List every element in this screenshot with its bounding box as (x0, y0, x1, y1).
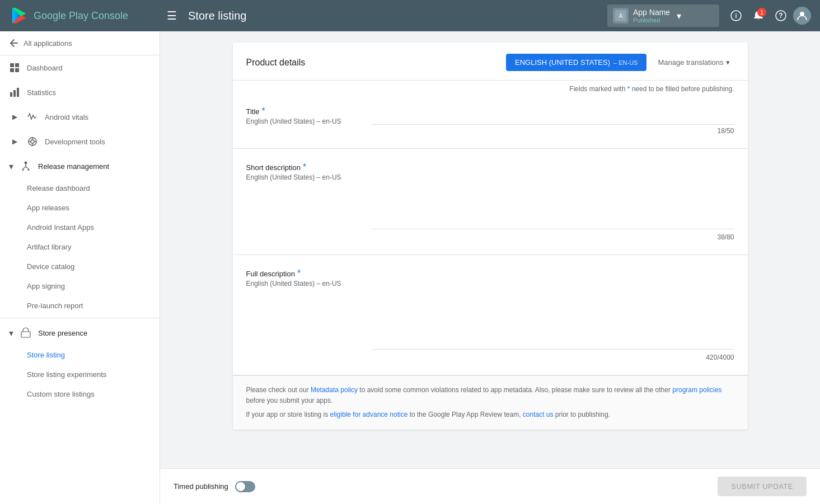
svg-point-25 (25, 162, 27, 164)
sidebar-item-device-catalog[interactable]: Device catalog (0, 257, 160, 276)
timed-publishing-label: Timed publishing (174, 482, 228, 491)
full-description-row: Full description * English (United State… (246, 269, 734, 361)
sidebar-item-release-dashboard[interactable]: Release dashboard (0, 178, 160, 198)
info-button[interactable]: i (726, 6, 746, 26)
short-description-input[interactable] (372, 162, 734, 229)
sidebar-item-artifact-library[interactable]: Artifact library (0, 237, 160, 257)
sidebar-item-release-management[interactable]: ▾ Release management (0, 154, 160, 178)
short-description-row: Short description * English (United Stat… (246, 162, 734, 241)
title-section: Title * English (United States) – en-US … (233, 93, 748, 149)
timed-publishing-toggle[interactable] (235, 481, 255, 492)
short-description-label: Short description * (246, 162, 358, 172)
program-policies-link[interactable]: program policies (672, 386, 721, 394)
title-sublabel: English (United States) – en-US (246, 117, 358, 125)
release-management-label: Release management (38, 162, 109, 171)
app-selector[interactable]: A App Name Published ▾ (607, 4, 719, 27)
short-description-counter: 38/80 (372, 233, 734, 241)
sidebar-item-store-listing-experiments[interactable]: Store listing experiments (0, 365, 160, 384)
store-presence-label: Store presence (38, 329, 87, 337)
full-description-section: Full description * English (United State… (233, 255, 748, 375)
full-description-label: Full description * (246, 269, 358, 279)
svg-point-29 (22, 169, 24, 171)
sidebar-item-android-vitals[interactable]: ▶ Android vitals (0, 105, 160, 129)
svg-rect-18 (17, 88, 19, 97)
dev-tools-chevron-icon: ▶ (9, 136, 20, 147)
svg-point-20 (31, 140, 34, 143)
app-selector-chevron-icon: ▾ (677, 11, 681, 21)
svg-rect-15 (15, 68, 19, 72)
store-subitems: Store listing Store listing experiments … (0, 345, 160, 404)
svg-line-27 (23, 167, 26, 169)
main-content: Product details ENGLISH (UNITED STATES)–… (160, 31, 820, 468)
android-vitals-label: Android vitals (45, 113, 88, 121)
app-status: Published (633, 17, 670, 23)
advance-notice-link[interactable]: eligible for advance notice (330, 411, 408, 418)
header-actions: i 1 ? (726, 6, 811, 26)
title-field-col: 18/50 (372, 106, 734, 135)
app-icon: A (613, 8, 629, 23)
notification-badge: 1 (757, 8, 766, 17)
full-desc-required-star: * (297, 269, 301, 279)
title-row: Title * English (United States) – en-US … (246, 106, 734, 135)
title-required-star: * (262, 106, 265, 116)
header-logo: Google Play Console (9, 6, 160, 26)
help-icon: ? (775, 10, 786, 21)
notification-button[interactable]: 1 (748, 6, 769, 26)
svg-text:?: ? (779, 12, 782, 20)
sidebar-item-dev-tools[interactable]: ▶ Development tools (0, 129, 160, 154)
dev-tools-icon (27, 136, 38, 147)
app-header: Google Play Console ☰ Store listing A Ap… (0, 0, 820, 31)
menu-icon[interactable]: ☰ (167, 9, 177, 22)
store-chevron-icon: ▾ (9, 328, 13, 338)
policy-paragraph-1: Please check out our Metadata policy to … (246, 385, 734, 406)
svg-rect-13 (15, 63, 19, 67)
short-description-field-col: 38/80 (372, 162, 734, 241)
required-asterisk: * (627, 85, 632, 93)
svg-rect-17 (13, 90, 16, 97)
timed-publishing-section: Timed publishing (174, 481, 255, 492)
language-selector-button[interactable]: ENGLISH (UNITED STATES)– EN-US (506, 54, 646, 71)
avatar[interactable] (793, 7, 811, 25)
sidebar-back-label: All applications (24, 39, 72, 48)
sidebar-item-store-listing[interactable]: Store listing (0, 345, 160, 365)
title-input[interactable] (372, 106, 734, 125)
svg-rect-16 (10, 92, 12, 97)
required-fields-note: Fields marked with * need to be filled b… (233, 81, 748, 93)
svg-rect-14 (10, 68, 14, 72)
card-header: Product details ENGLISH (UNITED STATES)–… (233, 43, 748, 81)
app-info: App Name Published (633, 8, 670, 23)
sidebar-item-custom-store-listings[interactable]: Custom store listings (0, 384, 160, 404)
title-counter: 18/50 (372, 127, 734, 135)
sidebar-item-pre-launch-report[interactable]: Pre-launch report (0, 296, 160, 315)
android-vitals-chevron-icon: ▶ (9, 111, 20, 123)
svg-text:i: i (735, 12, 737, 19)
full-description-sublabel: English (United States) – en-US (246, 280, 358, 288)
title-label-col: Title * English (United States) – en-US (246, 106, 358, 125)
card-header-actions: ENGLISH (UNITED STATES)– EN-US Manage tr… (506, 54, 734, 71)
manage-translations-button[interactable]: Manage translations ▾ (653, 54, 734, 71)
short-description-label-col: Short description * English (United Stat… (246, 162, 358, 181)
sidebar-item-store-presence[interactable]: ▾ Store presence (0, 321, 160, 345)
sidebar-item-app-releases[interactable]: App releases (0, 198, 160, 218)
footer-bar: Timed publishing SUBMIT UPDATE (160, 468, 820, 504)
svg-text:A: A (619, 13, 623, 19)
dev-tools-label: Development tools (45, 138, 105, 146)
title-label: Title * (246, 106, 358, 116)
full-description-input[interactable] (372, 269, 734, 350)
sidebar-back-button[interactable]: All applications (0, 31, 160, 55)
svg-rect-12 (10, 63, 14, 67)
sidebar-item-android-instant-apps[interactable]: Android Instant Apps (0, 218, 160, 237)
policy-paragraph-2: If your app or store listing is eligible… (246, 409, 734, 420)
svg-point-30 (28, 169, 30, 171)
submit-update-button[interactable]: SUBMIT UPDATE (718, 477, 807, 496)
metadata-policy-link[interactable]: Metadata policy (311, 386, 358, 394)
dashboard-label: Dashboard (27, 64, 63, 72)
sidebar-item-dashboard[interactable]: Dashboard (0, 55, 160, 80)
header-title: Google Play Console (34, 10, 128, 22)
help-button[interactable]: ? (771, 6, 791, 26)
policy-note: Please check out our Metadata policy to … (233, 375, 748, 430)
contact-us-link[interactable]: contact us (523, 411, 554, 418)
sidebar-item-statistics[interactable]: Statistics (0, 80, 160, 105)
release-chevron-icon: ▾ (9, 161, 13, 172)
sidebar-item-app-signing[interactable]: App signing (0, 276, 160, 296)
